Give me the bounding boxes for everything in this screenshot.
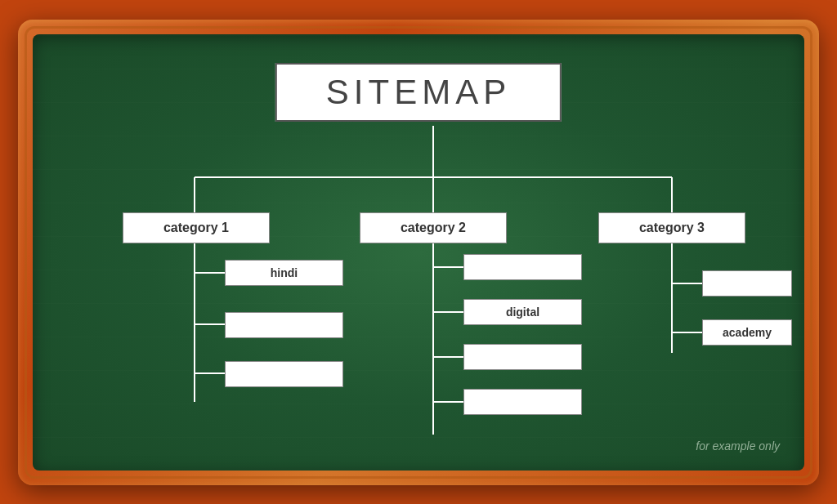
cat2-sub4 [463, 389, 582, 415]
footer-note: for example only [696, 439, 780, 453]
cat2-sub1 [463, 254, 582, 280]
category-1-label: category 1 [163, 221, 229, 235]
cat2-sub2-digital: digital [463, 299, 582, 325]
diagram-lines [33, 34, 804, 471]
cat2-sub3 [463, 344, 582, 370]
category-2-box: category 2 [360, 212, 507, 243]
category-3-box: category 3 [598, 212, 745, 243]
cat1-sub3 [225, 361, 343, 387]
wood-frame: SITEMAP [18, 20, 819, 485]
cat3-sub1 [702, 270, 792, 297]
category-1-box: category 1 [123, 212, 270, 243]
category-2-label: category 2 [401, 221, 466, 235]
cat1-sub1-hindi: hindi [225, 260, 343, 286]
category-3-label: category 3 [639, 221, 705, 235]
cat1-sub2 [225, 312, 343, 338]
chalkboard: SITEMAP [33, 34, 804, 471]
cat3-sub2-academy: academy [702, 319, 792, 346]
